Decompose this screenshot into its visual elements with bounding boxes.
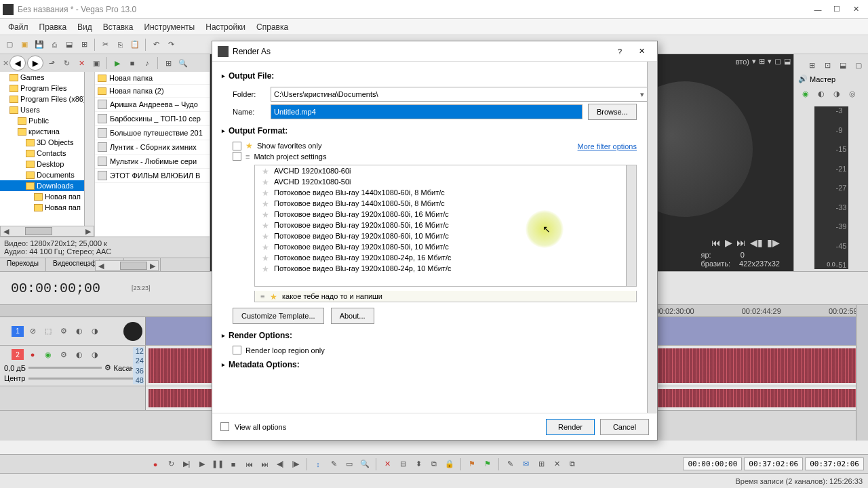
new-icon[interactable]: ▢ [3, 38, 16, 52]
minimize-button[interactable]: — [808, 3, 827, 16]
envelope-icon[interactable]: ✉ [519, 458, 532, 471]
paste-icon[interactable]: 📋 [128, 38, 142, 52]
tool-zoom-icon[interactable]: 🔍 [358, 458, 372, 471]
automation-icon[interactable]: ⚙ [57, 348, 71, 361]
open-icon[interactable]: ▣ [18, 38, 31, 52]
star-icon[interactable]: ★ [262, 243, 269, 252]
record-button[interactable]: ● [149, 458, 162, 471]
menu-help[interactable]: Справка [251, 22, 294, 32]
audio-track-header[interactable]: 2 ● ◉ ⚙ ◐ ◑ 0,0 дБ ⚙ Касание Центр 12243… [0, 346, 146, 386]
render-loop-checkbox[interactable] [233, 346, 241, 354]
split-icon[interactable]: ⊞ [759, 57, 765, 66]
solo-icon[interactable]: ◑ [88, 325, 102, 338]
mute-icon[interactable]: ◐ [73, 325, 86, 338]
star-icon[interactable]: ★ [262, 221, 269, 230]
folder-tree[interactable]: Games Program Files Program Files (x86) … [0, 72, 95, 237]
maximize-button[interactable]: ☐ [827, 3, 846, 16]
play-icon[interactable]: ▶ [111, 56, 124, 70]
link-icon[interactable]: ⧉ [566, 458, 579, 471]
fx-icon[interactable]: ◉ [41, 348, 55, 361]
show-favorites-checkbox[interactable] [233, 142, 241, 150]
cancel-button[interactable]: Cancel [600, 419, 649, 435]
crossfade-icon[interactable]: ✕ [550, 458, 564, 471]
section-render-options[interactable]: Render Options: [222, 327, 648, 344]
cut-icon[interactable]: ✂ [98, 38, 112, 52]
format-custom-item[interactable]: ★какое тебе надо то и напиши [254, 291, 637, 302]
ripple-icon[interactable]: ⊞ [534, 458, 548, 471]
tool-select-icon[interactable]: ▭ [342, 458, 356, 471]
format-list[interactable]: ★AVCHD 1920x1080-60i ★AVCHD 1920x1080-50… [254, 165, 637, 287]
menu-file[interactable]: Файл [3, 22, 34, 32]
preview-quality-dropdown[interactable]: вто) [736, 58, 749, 66]
menu-insert[interactable]: Вставка [98, 22, 139, 32]
match-project-checkbox[interactable] [233, 152, 241, 161]
tool-normal-icon[interactable]: ↕ [311, 458, 325, 471]
automation-icon[interactable]: ⚙ [57, 325, 71, 338]
menu-view[interactable]: Вид [72, 22, 98, 32]
format-scroll[interactable] [626, 165, 636, 286]
star-icon[interactable]: ★ [262, 232, 269, 241]
browse-button[interactable]: Browse... [588, 104, 637, 120]
gear-icon[interactable]: ⚙ [104, 363, 111, 372]
section-output-format[interactable]: Output Format: [222, 122, 648, 140]
menu-settings[interactable]: Настройки [200, 22, 251, 32]
dim-icon[interactable]: ◎ [846, 87, 859, 100]
marker-icon[interactable]: ⚑ [465, 458, 479, 471]
view-all-checkbox[interactable] [220, 422, 229, 431]
autoplay-icon[interactable]: ♪ [140, 56, 154, 70]
loop-button[interactable]: ↻ [164, 458, 178, 471]
forward-button[interactable]: ▶ [27, 56, 43, 70]
delete-icon[interactable]: ✕ [75, 56, 88, 70]
split-icon[interactable]: ⊟ [396, 458, 410, 471]
customize-template-button[interactable]: Customize Template... [233, 308, 324, 324]
mixer-btn4-icon[interactable]: ▢ [852, 58, 865, 72]
pause-button[interactable]: ❚❚ [211, 458, 224, 471]
star-icon[interactable]: ★ [262, 199, 269, 209]
fx-icon[interactable]: ⬚ [41, 325, 55, 338]
prev-frame-icon[interactable]: ⏮ [711, 237, 721, 248]
video-track-header[interactable]: 1 ⊘ ⬚ ⚙ ◐ ◑ [0, 317, 146, 345]
prev-frame-button[interactable]: ◀| [273, 458, 287, 471]
view-icon[interactable]: ⊞ [161, 56, 175, 70]
save-icon[interactable]: 💾 [33, 38, 46, 52]
copy-icon[interactable]: ⎘ [113, 38, 127, 52]
bypass-icon[interactable]: ⊘ [26, 325, 39, 338]
gain-slider[interactable] [28, 367, 102, 369]
star-icon[interactable]: ★ [262, 210, 269, 220]
snapshot-icon[interactable]: ⬓ [784, 57, 791, 66]
star-icon[interactable]: ★ [262, 253, 269, 263]
section-output-file[interactable]: Output File: [222, 67, 648, 85]
undo-icon[interactable]: ↶ [149, 38, 163, 52]
menu-tools[interactable]: Инструменты [138, 22, 200, 32]
fade-icon[interactable]: ⬍ [412, 458, 425, 471]
edit-icon[interactable]: ✎ [503, 458, 517, 471]
play-from-start-button[interactable]: ▶| [180, 458, 193, 471]
star-icon[interactable]: ★ [262, 264, 269, 274]
more-filter-link[interactable]: More filter options [578, 142, 637, 150]
play-button[interactable]: ▶ [195, 458, 209, 471]
props-icon[interactable]: ⊞ [77, 38, 91, 52]
snap-icon[interactable]: ⧉ [427, 458, 441, 471]
render-icon[interactable]: ⬓ [62, 38, 76, 52]
timecode-display[interactable]: 00:00:00;00 [0, 281, 111, 296]
next-frame-icon[interactable]: ⏭ [736, 237, 746, 248]
file-list[interactable]: Новая папка Новая папка (2) Аришка Андре… [95, 72, 210, 237]
render-button[interactable]: Render [546, 419, 595, 435]
saveas-icon[interactable]: ⎙ [47, 38, 61, 52]
go-start-button[interactable]: ⏮ [242, 458, 256, 471]
name-field[interactable]: Untitled.mp4 [271, 104, 583, 119]
step-back-icon[interactable]: ◀▮ [750, 237, 763, 248]
stop-button[interactable]: ■ [226, 458, 240, 471]
fx-icon[interactable]: ◉ [799, 87, 812, 100]
close-button[interactable]: ✕ [846, 3, 865, 16]
step-fwd-icon[interactable]: ▮▶ [767, 237, 780, 248]
newfolder-icon[interactable]: ▣ [90, 56, 103, 70]
tool-envelope-icon[interactable]: ✎ [327, 458, 340, 471]
lock-icon[interactable]: 🔒 [443, 458, 456, 471]
star-icon[interactable]: ★ [262, 167, 269, 176]
mute-icon[interactable]: ◐ [814, 87, 828, 100]
star-icon[interactable]: ★ [262, 188, 269, 198]
up-icon[interactable]: ⬏ [45, 56, 58, 70]
dialog-scroll[interactable] [647, 62, 657, 413]
play-icon[interactable]: ▶ [725, 237, 732, 248]
